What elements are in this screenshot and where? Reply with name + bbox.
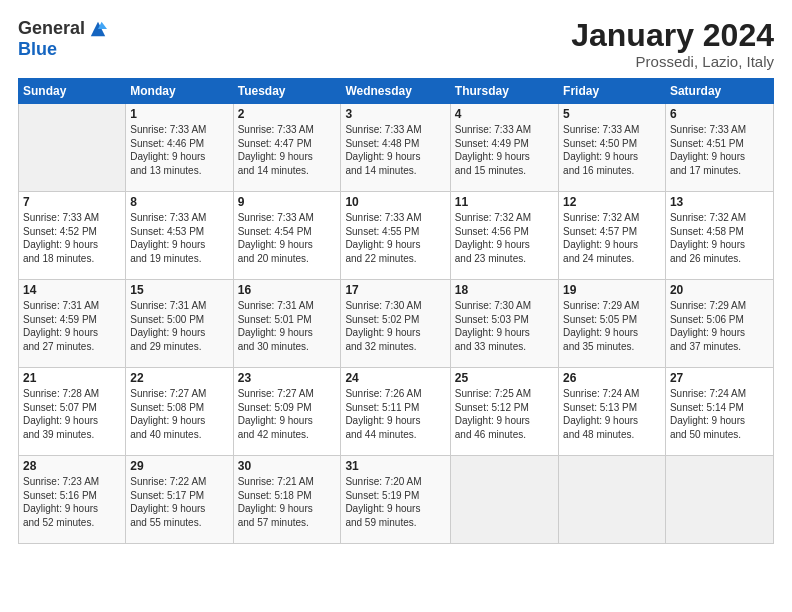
day-info: Sunrise: 7:33 AM Sunset: 4:52 PM Dayligh… xyxy=(23,211,121,265)
calendar-header-row: SundayMondayTuesdayWednesdayThursdayFrid… xyxy=(19,79,774,104)
calendar-week-row: 1Sunrise: 7:33 AM Sunset: 4:46 PM Daylig… xyxy=(19,104,774,192)
day-info: Sunrise: 7:20 AM Sunset: 5:19 PM Dayligh… xyxy=(345,475,445,529)
col-header-sunday: Sunday xyxy=(19,79,126,104)
calendar-cell: 21Sunrise: 7:28 AM Sunset: 5:07 PM Dayli… xyxy=(19,368,126,456)
calendar-cell: 3Sunrise: 7:33 AM Sunset: 4:48 PM Daylig… xyxy=(341,104,450,192)
logo-icon xyxy=(89,20,107,38)
day-number: 4 xyxy=(455,107,554,121)
calendar-cell: 10Sunrise: 7:33 AM Sunset: 4:55 PM Dayli… xyxy=(341,192,450,280)
day-info: Sunrise: 7:22 AM Sunset: 5:17 PM Dayligh… xyxy=(130,475,228,529)
day-info: Sunrise: 7:32 AM Sunset: 4:58 PM Dayligh… xyxy=(670,211,769,265)
day-info: Sunrise: 7:29 AM Sunset: 5:06 PM Dayligh… xyxy=(670,299,769,353)
day-info: Sunrise: 7:33 AM Sunset: 4:47 PM Dayligh… xyxy=(238,123,337,177)
day-number: 26 xyxy=(563,371,661,385)
day-info: Sunrise: 7:21 AM Sunset: 5:18 PM Dayligh… xyxy=(238,475,337,529)
day-number: 28 xyxy=(23,459,121,473)
title-area: January 2024 Prossedi, Lazio, Italy xyxy=(571,18,774,70)
calendar-cell xyxy=(450,456,558,544)
calendar-cell: 18Sunrise: 7:30 AM Sunset: 5:03 PM Dayli… xyxy=(450,280,558,368)
day-number: 6 xyxy=(670,107,769,121)
day-number: 7 xyxy=(23,195,121,209)
day-info: Sunrise: 7:33 AM Sunset: 4:55 PM Dayligh… xyxy=(345,211,445,265)
calendar-cell: 13Sunrise: 7:32 AM Sunset: 4:58 PM Dayli… xyxy=(665,192,773,280)
col-header-saturday: Saturday xyxy=(665,79,773,104)
calendar-cell: 22Sunrise: 7:27 AM Sunset: 5:08 PM Dayli… xyxy=(126,368,233,456)
day-number: 29 xyxy=(130,459,228,473)
day-info: Sunrise: 7:33 AM Sunset: 4:48 PM Dayligh… xyxy=(345,123,445,177)
col-header-monday: Monday xyxy=(126,79,233,104)
col-header-thursday: Thursday xyxy=(450,79,558,104)
calendar-cell: 20Sunrise: 7:29 AM Sunset: 5:06 PM Dayli… xyxy=(665,280,773,368)
day-number: 5 xyxy=(563,107,661,121)
page: General Blue January 2024 Prossedi, Lazi… xyxy=(0,0,792,612)
day-info: Sunrise: 7:31 AM Sunset: 5:01 PM Dayligh… xyxy=(238,299,337,353)
calendar-cell: 6Sunrise: 7:33 AM Sunset: 4:51 PM Daylig… xyxy=(665,104,773,192)
calendar-cell: 26Sunrise: 7:24 AM Sunset: 5:13 PM Dayli… xyxy=(559,368,666,456)
day-info: Sunrise: 7:27 AM Sunset: 5:09 PM Dayligh… xyxy=(238,387,337,441)
day-info: Sunrise: 7:30 AM Sunset: 5:03 PM Dayligh… xyxy=(455,299,554,353)
calendar-cell: 28Sunrise: 7:23 AM Sunset: 5:16 PM Dayli… xyxy=(19,456,126,544)
day-number: 17 xyxy=(345,283,445,297)
calendar-cell: 23Sunrise: 7:27 AM Sunset: 5:09 PM Dayli… xyxy=(233,368,341,456)
day-number: 3 xyxy=(345,107,445,121)
day-info: Sunrise: 7:33 AM Sunset: 4:53 PM Dayligh… xyxy=(130,211,228,265)
day-info: Sunrise: 7:26 AM Sunset: 5:11 PM Dayligh… xyxy=(345,387,445,441)
day-number: 8 xyxy=(130,195,228,209)
calendar-cell: 14Sunrise: 7:31 AM Sunset: 4:59 PM Dayli… xyxy=(19,280,126,368)
calendar-cell: 24Sunrise: 7:26 AM Sunset: 5:11 PM Dayli… xyxy=(341,368,450,456)
day-info: Sunrise: 7:30 AM Sunset: 5:02 PM Dayligh… xyxy=(345,299,445,353)
calendar-cell: 15Sunrise: 7:31 AM Sunset: 5:00 PM Dayli… xyxy=(126,280,233,368)
calendar-cell: 19Sunrise: 7:29 AM Sunset: 5:05 PM Dayli… xyxy=(559,280,666,368)
day-number: 12 xyxy=(563,195,661,209)
calendar-cell: 5Sunrise: 7:33 AM Sunset: 4:50 PM Daylig… xyxy=(559,104,666,192)
day-info: Sunrise: 7:25 AM Sunset: 5:12 PM Dayligh… xyxy=(455,387,554,441)
calendar-cell: 31Sunrise: 7:20 AM Sunset: 5:19 PM Dayli… xyxy=(341,456,450,544)
calendar-cell: 17Sunrise: 7:30 AM Sunset: 5:02 PM Dayli… xyxy=(341,280,450,368)
logo-general-text: General xyxy=(18,18,85,39)
calendar-week-row: 7Sunrise: 7:33 AM Sunset: 4:52 PM Daylig… xyxy=(19,192,774,280)
day-number: 14 xyxy=(23,283,121,297)
day-info: Sunrise: 7:32 AM Sunset: 4:56 PM Dayligh… xyxy=(455,211,554,265)
calendar-cell: 25Sunrise: 7:25 AM Sunset: 5:12 PM Dayli… xyxy=(450,368,558,456)
calendar-cell: 8Sunrise: 7:33 AM Sunset: 4:53 PM Daylig… xyxy=(126,192,233,280)
day-info: Sunrise: 7:33 AM Sunset: 4:51 PM Dayligh… xyxy=(670,123,769,177)
day-info: Sunrise: 7:31 AM Sunset: 4:59 PM Dayligh… xyxy=(23,299,121,353)
header: General Blue January 2024 Prossedi, Lazi… xyxy=(18,18,774,70)
day-number: 20 xyxy=(670,283,769,297)
calendar-week-row: 14Sunrise: 7:31 AM Sunset: 4:59 PM Dayli… xyxy=(19,280,774,368)
calendar-cell: 27Sunrise: 7:24 AM Sunset: 5:14 PM Dayli… xyxy=(665,368,773,456)
day-info: Sunrise: 7:31 AM Sunset: 5:00 PM Dayligh… xyxy=(130,299,228,353)
day-number: 9 xyxy=(238,195,337,209)
day-number: 31 xyxy=(345,459,445,473)
calendar-cell: 4Sunrise: 7:33 AM Sunset: 4:49 PM Daylig… xyxy=(450,104,558,192)
day-info: Sunrise: 7:29 AM Sunset: 5:05 PM Dayligh… xyxy=(563,299,661,353)
day-number: 13 xyxy=(670,195,769,209)
day-number: 22 xyxy=(130,371,228,385)
day-number: 1 xyxy=(130,107,228,121)
calendar-cell: 12Sunrise: 7:32 AM Sunset: 4:57 PM Dayli… xyxy=(559,192,666,280)
calendar-cell: 30Sunrise: 7:21 AM Sunset: 5:18 PM Dayli… xyxy=(233,456,341,544)
day-number: 27 xyxy=(670,371,769,385)
calendar-week-row: 21Sunrise: 7:28 AM Sunset: 5:07 PM Dayli… xyxy=(19,368,774,456)
day-number: 23 xyxy=(238,371,337,385)
calendar-cell: 7Sunrise: 7:33 AM Sunset: 4:52 PM Daylig… xyxy=(19,192,126,280)
col-header-wednesday: Wednesday xyxy=(341,79,450,104)
day-info: Sunrise: 7:33 AM Sunset: 4:49 PM Dayligh… xyxy=(455,123,554,177)
page-title: January 2024 xyxy=(571,18,774,53)
col-header-tuesday: Tuesday xyxy=(233,79,341,104)
day-info: Sunrise: 7:28 AM Sunset: 5:07 PM Dayligh… xyxy=(23,387,121,441)
calendar-cell: 29Sunrise: 7:22 AM Sunset: 5:17 PM Dayli… xyxy=(126,456,233,544)
calendar-cell: 16Sunrise: 7:31 AM Sunset: 5:01 PM Dayli… xyxy=(233,280,341,368)
page-subtitle: Prossedi, Lazio, Italy xyxy=(571,53,774,70)
calendar-cell: 1Sunrise: 7:33 AM Sunset: 4:46 PM Daylig… xyxy=(126,104,233,192)
day-number: 15 xyxy=(130,283,228,297)
calendar-cell: 11Sunrise: 7:32 AM Sunset: 4:56 PM Dayli… xyxy=(450,192,558,280)
day-number: 2 xyxy=(238,107,337,121)
day-info: Sunrise: 7:23 AM Sunset: 5:16 PM Dayligh… xyxy=(23,475,121,529)
day-info: Sunrise: 7:24 AM Sunset: 5:14 PM Dayligh… xyxy=(670,387,769,441)
day-number: 30 xyxy=(238,459,337,473)
calendar-week-row: 28Sunrise: 7:23 AM Sunset: 5:16 PM Dayli… xyxy=(19,456,774,544)
day-info: Sunrise: 7:24 AM Sunset: 5:13 PM Dayligh… xyxy=(563,387,661,441)
calendar-table: SundayMondayTuesdayWednesdayThursdayFrid… xyxy=(18,78,774,544)
col-header-friday: Friday xyxy=(559,79,666,104)
